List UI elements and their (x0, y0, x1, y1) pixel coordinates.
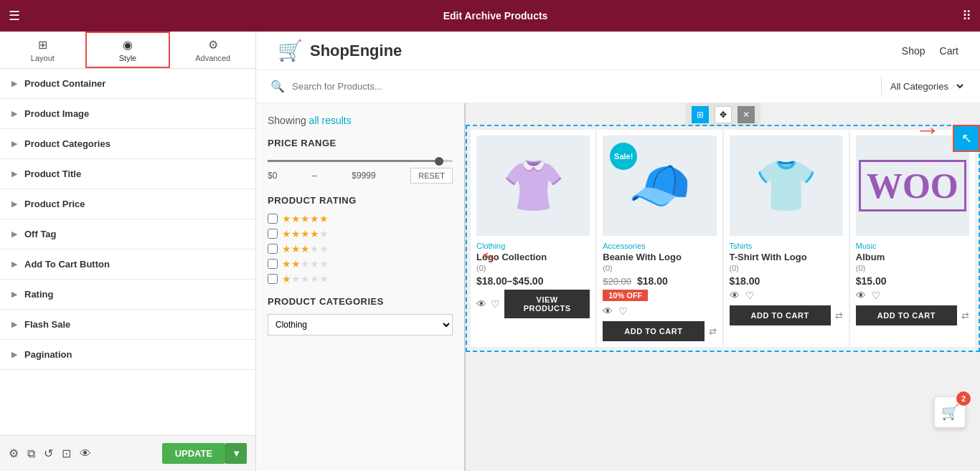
sidebar-item-rating[interactable]: ▶ Rating (0, 280, 255, 310)
style-icon: ◉ (123, 38, 133, 52)
rating-checkbox-5[interactable] (268, 214, 278, 224)
tab-advanced-label: Advanced (195, 54, 230, 62)
eye-icon[interactable]: 👁 (80, 447, 91, 460)
chevron-right-icon: ▶ (11, 350, 17, 359)
nav-cart[interactable]: Cart (940, 45, 958, 57)
rating-checkbox-3[interactable] (268, 244, 278, 254)
categories-select[interactable]: Clothing (268, 314, 453, 336)
corner-highlight-button[interactable]: ↖ (953, 125, 980, 152)
sync-icon-2[interactable]: ⇄ (709, 326, 717, 337)
sidebar-item-pagination[interactable]: ▶ Pagination (0, 340, 255, 370)
heart-icon-1[interactable]: ♡ (491, 298, 500, 310)
eye-icon-4[interactable]: 👁 (856, 290, 866, 301)
add-to-cart-button-3[interactable]: ADD TO CART (730, 305, 831, 325)
heart-icon-2[interactable]: ♡ (618, 305, 628, 317)
sidebar-item-product-container[interactable]: ▶ Product Container (0, 69, 255, 99)
filter-sidebar: Showing all results PRICE RANGE $0 – $99… (256, 103, 464, 471)
sidebar-item-add-to-cart[interactable]: ▶ Add To Cart Button (0, 249, 255, 280)
update-button[interactable]: UPDATE (162, 443, 225, 464)
nav-shop[interactable]: Shop (902, 45, 925, 57)
products-wrapper: ⊞ ✥ ✕ → ↖ → (466, 103, 980, 471)
category-select[interactable]: All Categories (881, 77, 966, 95)
advanced-icon: ⚙ (208, 38, 218, 52)
product-rating-4: (0) (856, 264, 969, 272)
chevron-right-icon: ▶ (11, 169, 17, 179)
toolbar-move-icon[interactable]: ✥ (715, 106, 732, 123)
search-icon: 🔍 (270, 80, 285, 93)
cart-button[interactable]: 🛒 2 (934, 396, 966, 428)
rating-checkbox-4[interactable] (268, 229, 278, 239)
menu-icon[interactable]: ☰ (9, 8, 20, 24)
eye-icon-2[interactable]: 👁 (603, 305, 613, 317)
sync-icon-4[interactable]: ⇄ (961, 310, 969, 321)
sidebar-item-flash-sale[interactable]: ▶ Flash Sale (0, 310, 255, 340)
add-to-cart-button-2[interactable]: ADD TO CART (603, 321, 704, 341)
product-card-3: 👕 Tshirts T-Shirt With Logo (0) $18.00 👁… (723, 129, 849, 348)
responsive-icon[interactable]: ⊡ (62, 447, 71, 460)
tab-advanced[interactable]: ⚙ Advanced (170, 32, 255, 68)
stars-1: ★★★★★ (282, 273, 329, 285)
cart-icon: 🛒 (941, 404, 959, 421)
product-category-4: Music (856, 242, 969, 250)
chevron-right-icon: ▶ (11, 260, 17, 269)
shop-body: Showing all results PRICE RANGE $0 – $99… (256, 103, 980, 471)
search-input[interactable] (292, 81, 874, 92)
heart-icon-3[interactable]: ♡ (745, 290, 755, 301)
price-values: $0 – $9999 RESET (268, 168, 453, 184)
settings-icon[interactable]: ⚙ (9, 447, 19, 460)
price-range-slider[interactable] (268, 160, 453, 162)
product-name-1: Logo Collection (476, 252, 590, 262)
chevron-right-icon: ▶ (11, 290, 17, 299)
sidebar-item-product-image[interactable]: ▶ Product Image (0, 99, 255, 129)
product-image-icon-4: WOO (859, 160, 966, 211)
rating-checkbox-1[interactable] (268, 274, 278, 284)
price-separator: – (312, 171, 317, 181)
product-price-3: $18.00 (730, 275, 843, 287)
chevron-right-icon: ▶ (11, 79, 17, 88)
eye-icon-3[interactable]: 👁 (730, 290, 740, 301)
sync-icon-3[interactable]: ⇄ (835, 310, 843, 321)
product-bottom-row-3: ADD TO CART ⇄ (730, 305, 843, 325)
rating-checkbox-2[interactable] (268, 259, 278, 269)
product-image-3: 👕 (730, 135, 843, 236)
product-bottom-row-4: ADD TO CART ⇄ (856, 305, 969, 325)
filter-categories: PRODUCT CATEGORIES Clothing (268, 296, 453, 336)
price-range-title: PRICE RANGE (268, 138, 453, 148)
product-price-1: $18.00–$45.00 (476, 275, 590, 287)
reset-button[interactable]: RESET (410, 168, 453, 184)
tab-layout[interactable]: ⊞ Layout (0, 32, 85, 68)
product-image-icon-3: 👕 (755, 156, 817, 215)
showing-results: Showing all results (268, 115, 453, 126)
rating-row-5: ★★★★★ (268, 213, 453, 224)
stars-2: ★★★★★ (282, 258, 329, 270)
grid-icon[interactable]: ⠿ (962, 8, 971, 24)
eye-icon-1[interactable]: 👁 (476, 298, 486, 310)
rating-row-4: ★★★★★ (268, 228, 453, 239)
add-to-cart-button-4[interactable]: ADD TO CART (856, 305, 957, 325)
product-card-2: 🧢 Sale! Accessories Beanie With Logo (0)… (596, 129, 722, 348)
layers-icon[interactable]: ⧉ (27, 447, 35, 460)
chevron-right-icon: ▶ (11, 199, 17, 209)
view-products-button-1[interactable]: VIEW PRODUCTS (504, 290, 590, 318)
sidebar-item-off-tag[interactable]: ▶ Off Tag (0, 219, 255, 249)
chevron-right-icon: ▶ (11, 320, 17, 329)
toolbar-drag-icon[interactable]: ⊞ (692, 106, 709, 123)
sidebar-item-product-categories[interactable]: ▶ Product Categories (0, 129, 255, 159)
history-icon[interactable]: ↺ (44, 447, 53, 460)
products-toolbar: ⊞ ✥ ✕ (686, 103, 760, 126)
product-price-2: $20.00 $18.00 (603, 275, 716, 287)
filter-rating: PRODUCT RATING ★★★★★ ★★★★★ ★★★★★ (268, 195, 453, 285)
tab-style[interactable]: ◉ Style (85, 32, 171, 68)
product-price-old-2: $20.00 (603, 276, 631, 287)
sidebar-item-product-price[interactable]: ▶ Product Price (0, 189, 255, 219)
toolbar-close-icon[interactable]: ✕ (738, 106, 755, 123)
price-range-thumb[interactable] (435, 157, 443, 166)
stars-4: ★★★★★ (282, 228, 329, 239)
heart-icon-4[interactable]: ♡ (872, 290, 881, 301)
sidebar-item-product-title[interactable]: ▶ Product Title (0, 159, 255, 189)
stars-5: ★★★★★ (282, 213, 329, 224)
update-arrow-button[interactable]: ▼ (225, 443, 247, 464)
sidebar-item-label: Product Categories (24, 138, 110, 149)
categories-title: PRODUCT CATEGORIES (268, 296, 453, 307)
logo-text: ShopEngine (310, 42, 402, 60)
